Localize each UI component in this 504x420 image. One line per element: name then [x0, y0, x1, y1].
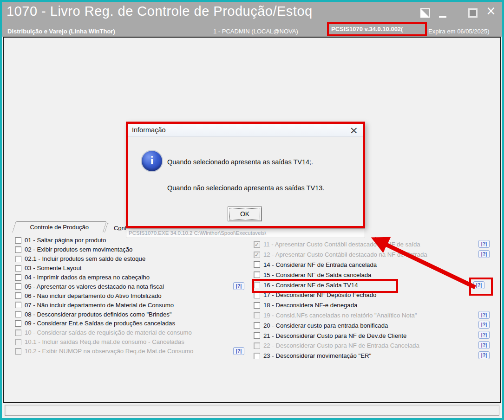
option-row: 04 - Imprimir dados da empresa no cabeça… [15, 273, 244, 282]
version-label: PCSIS1070 v.34.0.10.002( [331, 26, 403, 32]
help-icon[interactable]: |?| [478, 341, 490, 349]
option-label: 12 - Apresentar Custo Contábil destacado… [263, 251, 427, 258]
checkbox[interactable] [15, 283, 21, 290]
user-session-label: 1 - PCADMIN (LOCAL@NOVA) [213, 28, 298, 35]
checkbox[interactable] [15, 339, 21, 345]
options-column-right: ✓11 - Apresentar Custo Contábil destacad… [254, 239, 490, 361]
checkbox[interactable] [15, 265, 21, 271]
option-label: 19 - Consid.NFs canceladas no relatório … [263, 312, 417, 319]
option-label: 14 - Considerar NF de Entrada cancelada [263, 261, 377, 268]
option-row: ✓12 - Apresentar Custo Contábil destacad… [254, 250, 490, 260]
checkbox-checked[interactable]: ✓ [254, 252, 260, 258]
option-row: 07 - Não incluir departamento de Materia… [15, 300, 244, 310]
edition-label: Distribuição e Varejo (Linha WinThor) [7, 28, 115, 35]
option-row: 14 - Considerar NF de Entrada cancelada [254, 260, 490, 270]
checkbox[interactable] [15, 330, 21, 336]
version-annotation-box: PCSIS1070 v.34.0.10.002( [327, 22, 427, 36]
option-label: 06 - Não incluir departamento do Ativo I… [25, 292, 162, 299]
checkbox-checked[interactable]: ✓ [254, 241, 260, 248]
option-label: 20 - Considerar custo para entrada bonif… [263, 322, 388, 329]
ok-button[interactable]: OK [228, 207, 262, 221]
maximize-icon[interactable] [468, 8, 478, 18]
option-row: 03 - Somente Layout [15, 264, 244, 273]
option-label: 07 - Não incluir departamento de Materia… [25, 302, 174, 309]
option-label: 03 - Somente Layout [25, 265, 81, 271]
checkbox[interactable] [254, 271, 260, 278]
help-icon[interactable]: |?| [478, 240, 490, 248]
option-row: 02.1 - Incluir produtos sem saldo de est… [15, 254, 244, 264]
info-icon: i [142, 151, 162, 171]
option-label: 05 - Apresentar os valores destacado na … [25, 283, 164, 290]
option-label: 11 - Apresentar Custo Contábil destacado… [263, 241, 420, 248]
help-icon[interactable]: |?| [478, 321, 490, 329]
checkbox[interactable] [15, 256, 21, 262]
option-row: 02 - Exibir produtos sem movimentação [15, 245, 244, 254]
option-row: 21 - Desconsiderar Custo para NF de Dev.… [254, 330, 490, 341]
option-label: 18 - Desconsidera NF-e denegada [263, 302, 357, 309]
checkbox[interactable] [15, 292, 21, 299]
checkbox[interactable] [15, 246, 21, 253]
help-icon[interactable]: |?| [478, 250, 490, 258]
dialog-status-hint: PCSIS1070.EXE 34.0.10.2 C:\Winthor\Spool… [126, 228, 365, 238]
option-row: 05 - Apresentar os valores destacado na … [15, 282, 244, 291]
checkbox[interactable] [254, 332, 260, 339]
option-label: 10.1 - Incluir saídas Req.de mat.de cons… [25, 338, 184, 345]
dialog-title-bar: Informação × [128, 124, 363, 137]
options-column-left: 01 - Saltar página por produto02 - Exibi… [15, 236, 244, 356]
checkbox[interactable] [15, 311, 21, 317]
window-title: 1070 - Livro Reg. de Controle de Produçã… [7, 4, 313, 19]
checkbox[interactable] [254, 292, 260, 298]
dialog-message-2: Quando não selecionado apresenta as saíd… [167, 184, 324, 192]
checkbox[interactable] [254, 261, 260, 268]
checkbox[interactable] [254, 353, 260, 359]
help-icon[interactable]: |?| [478, 331, 490, 339]
option-row: 20 - Considerar custo para entrada bonif… [254, 320, 490, 330]
checkbox[interactable] [15, 237, 21, 244]
checkbox[interactable] [15, 302, 21, 308]
option-row: 22 - Desconsiderar Custo para NF de Entr… [254, 341, 490, 351]
option-label: 17 - Desconsiderar NF Depósito Fechado [263, 291, 376, 298]
help-icon[interactable]: |?| [233, 282, 244, 290]
option-row: 10 - Considerar saídas de requisição de … [15, 328, 244, 337]
option-row: 17 - Desconsiderar NF Depósito Fechado [254, 290, 490, 300]
option-row: 09 - Considerar Ent.e Saídas de produçõe… [15, 319, 244, 328]
tab-controle-de-producao[interactable]: Controle de Produção [12, 221, 107, 233]
help-icon[interactable]: |?| [478, 311, 490, 319]
checkbox[interactable] [15, 348, 21, 355]
option-row: 08 - Desconsiderar produtos definidos co… [15, 310, 244, 319]
option-row: ✓11 - Apresentar Custo Contábil destacad… [254, 239, 490, 250]
option-row: 10.2 - Exibir NUMOP na observação Req.de… [15, 347, 244, 356]
dialog-close-icon[interactable]: × [350, 124, 358, 136]
option-row: 06 - Não incluir departamento do Ativo I… [15, 291, 244, 300]
help-icon[interactable]: |?| [233, 347, 244, 355]
option-row: 19 - Consid.NFs canceladas no relatório … [254, 310, 490, 321]
option-label: 21 - Desconsiderar Custo para NF de Dev.… [263, 332, 406, 339]
info-dialog: Informação × i Quando selecionado aprese… [126, 122, 365, 228]
checkbox[interactable] [15, 320, 21, 327]
minimize-icon[interactable] [439, 8, 446, 18]
expiry-label: Expira em 06/05/2025) [428, 28, 490, 35]
close-icon[interactable]: × [486, 6, 496, 16]
help-icon-option16[interactable]: |?| [473, 281, 484, 289]
title-bar: 1070 - Livro Reg. de Controle de Produçã… [2, 2, 502, 37]
checkbox[interactable] [254, 302, 260, 309]
option-label: 10 - Considerar saídas de requisição de … [25, 329, 192, 336]
option-label: 10.2 - Exibir NUMOP na observação Req.de… [25, 348, 193, 355]
option-row: 23 - Desconsiderar movimentação "ER"|?| [254, 351, 490, 361]
option-row: 18 - Desconsidera NF-e denegada [254, 300, 490, 310]
option-row: 10.1 - Incluir saídas Req.de mat.de cons… [15, 337, 244, 347]
checkbox[interactable] [254, 312, 260, 318]
checkbox[interactable] [254, 342, 260, 349]
option-label: 08 - Desconsiderar produtos definidos co… [25, 311, 172, 318]
option-label: 23 - Desconsiderar movimentação "ER" [263, 352, 371, 359]
option-label: 22 - Desconsiderar Custo para NF de Entr… [263, 342, 419, 349]
option-row: 16 - Considerar NF de Saída TV14 [254, 280, 490, 290]
dialog-message-1: Quando selecionado apresenta as saídas T… [167, 158, 313, 166]
help-icon[interactable]: |?| [478, 351, 490, 359]
shade-window-icon[interactable] [420, 8, 430, 18]
checkbox[interactable] [254, 282, 260, 288]
checkbox[interactable] [254, 322, 260, 329]
checkbox[interactable] [15, 274, 21, 281]
option-row: 15 - Considerar NF de Saída cancelada [254, 270, 490, 280]
option-label: 15 - Considerar NF de Saída cancelada [263, 271, 371, 278]
